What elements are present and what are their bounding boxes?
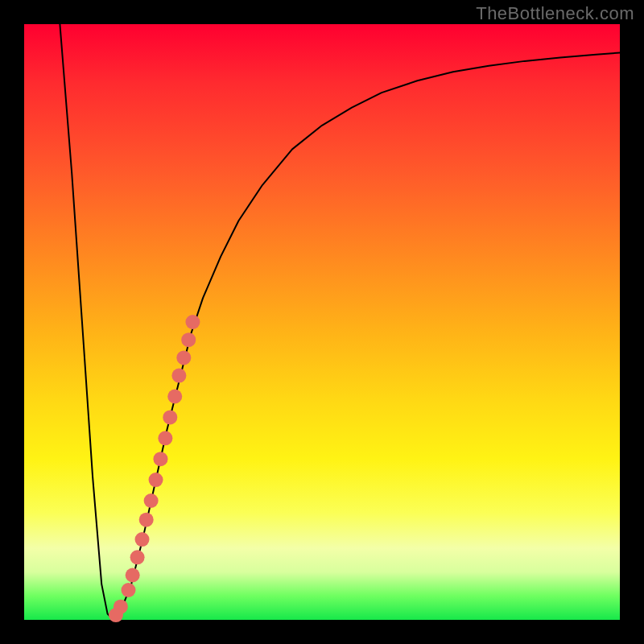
highlight-marker bbox=[126, 568, 140, 583]
highlight-marker bbox=[185, 315, 200, 329]
highlight-marker bbox=[109, 608, 123, 622]
highlight-marker bbox=[122, 583, 136, 597]
highlight-marker bbox=[176, 350, 191, 365]
highlight-marker bbox=[149, 473, 163, 487]
watermark-text: TheBottleneck.com bbox=[476, 3, 634, 24]
plot-area bbox=[24, 24, 620, 620]
highlight-marker bbox=[144, 493, 159, 508]
bottleneck-curve bbox=[60, 24, 620, 620]
chart-svg bbox=[24, 24, 620, 620]
highlight-marker bbox=[130, 550, 145, 564]
highlight-marker bbox=[135, 532, 150, 547]
highlight-marker bbox=[163, 410, 177, 424]
highlight-marker bbox=[167, 390, 182, 404]
highlight-marker bbox=[181, 332, 196, 347]
highlight-marker bbox=[158, 431, 172, 445]
highlight-marker bbox=[171, 369, 186, 383]
highlight-marker bbox=[153, 452, 167, 466]
chart-frame: TheBottleneck.com bbox=[0, 0, 644, 644]
highlight-marker bbox=[139, 513, 154, 527]
